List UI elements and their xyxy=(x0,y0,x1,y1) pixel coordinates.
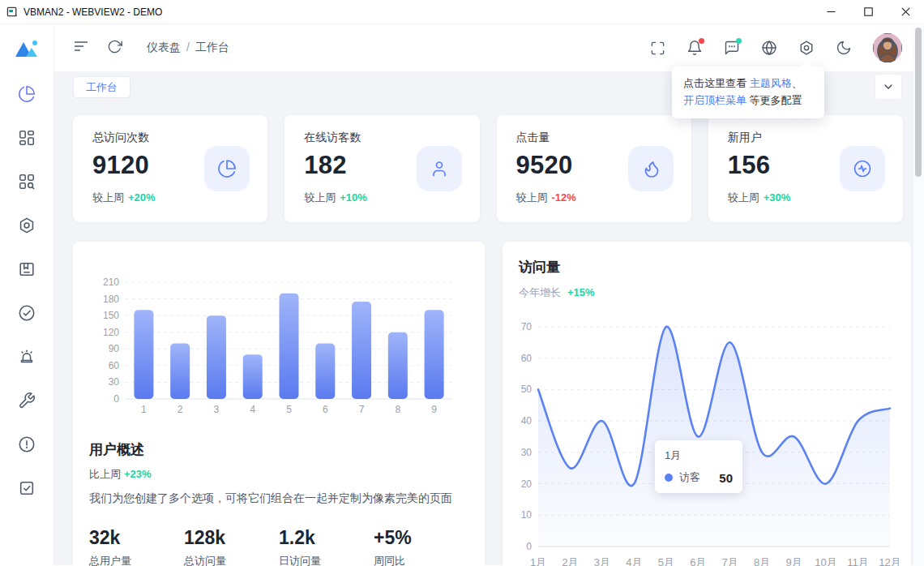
stat-card-online-visitors: 在线访客数 182 较上周+10% xyxy=(284,115,479,222)
compare-label: 较上周 xyxy=(92,191,124,204)
stat-icon-tile xyxy=(840,146,885,191)
sidebar-nav xyxy=(18,85,36,500)
sidebar-item-components[interactable] xyxy=(18,129,36,150)
topbar: 仪表盘/工作台 xyxy=(54,24,924,71)
svg-text:180: 180 xyxy=(103,294,119,305)
fullscreen-button[interactable] xyxy=(650,41,665,56)
user-icon xyxy=(430,159,449,178)
sidebar-item-errors[interactable] xyxy=(18,435,36,457)
sidebar-item-todo[interactable] xyxy=(18,479,36,500)
sidebar-item-dashboard[interactable] xyxy=(18,85,36,106)
bar-chart[interactable]: 0306090120150180210123456789 xyxy=(89,258,462,416)
breadcrumb: 仪表盘/工作台 xyxy=(147,41,229,55)
visits-chart[interactable]: 0102030405060701月2月3月4月5月6月7月8月9月10月11月1… xyxy=(514,307,895,566)
fullscreen-icon xyxy=(650,41,665,56)
stat-card-total-visits: 总访问次数 9120 较上周+20% xyxy=(73,115,267,222)
alert-circle-icon xyxy=(18,435,36,453)
svg-text:0: 0 xyxy=(526,541,532,552)
scrollbar-thumb[interactable] xyxy=(915,28,922,177)
user-overview-card: 0306090120150180210123456789 用户概述 比上周+23… xyxy=(73,242,485,566)
scrollbar-track[interactable] xyxy=(913,25,924,566)
stat-icon-tile xyxy=(628,146,674,191)
hamburger-icon xyxy=(73,38,89,54)
message-badge xyxy=(736,38,742,44)
svg-text:5月: 5月 xyxy=(658,556,674,566)
sidebar-item-alarm[interactable] xyxy=(18,348,36,369)
svg-text:5: 5 xyxy=(286,404,292,415)
stat-label: 日访问量 xyxy=(279,554,374,566)
app-icon xyxy=(6,6,19,18)
user-avatar[interactable] xyxy=(873,33,902,62)
pie-chart-icon xyxy=(18,85,36,103)
sidebar-item-tools[interactable] xyxy=(18,392,36,413)
svg-text:120: 120 xyxy=(103,327,119,338)
visits-card: 访问量 今年增长+15% 0102030405060701月2月3月4月5月6月… xyxy=(503,242,911,566)
overview-compare-label: 比上周 xyxy=(89,468,121,480)
close-icon xyxy=(901,7,910,16)
minimize-icon xyxy=(827,7,836,16)
theme-style-link[interactable]: 主题风格 xyxy=(750,77,792,89)
charts-row: 0306090120150180210123456789 用户概述 比上周+23… xyxy=(73,242,903,566)
hint-text-middle: 、 xyxy=(792,77,802,89)
language-button[interactable] xyxy=(761,40,777,56)
notifications-button[interactable] xyxy=(687,40,703,56)
svg-text:60: 60 xyxy=(521,353,533,364)
svg-text:8: 8 xyxy=(395,404,400,415)
sidebar-item-certificate[interactable] xyxy=(18,260,36,281)
minimize-button[interactable] xyxy=(812,0,849,24)
svg-text:11月: 11月 xyxy=(847,556,869,566)
notification-badge xyxy=(699,38,704,44)
overview-stat-wow: +5% 周同比 xyxy=(374,527,468,566)
svg-text:12月: 12月 xyxy=(879,556,900,566)
app-logo[interactable] xyxy=(13,35,41,62)
svg-text:7月: 7月 xyxy=(722,556,738,566)
tooltip-series: 访客 xyxy=(679,470,700,485)
svg-text:7: 7 xyxy=(359,404,365,415)
svg-text:10月: 10月 xyxy=(815,556,836,566)
maximize-button[interactable] xyxy=(849,0,887,24)
sidebar-item-apps[interactable] xyxy=(18,173,36,194)
overview-stat-total-users: 32k 总用户量 xyxy=(89,527,184,566)
theme-hint-popover: 点击这里查看 主题风格、 开启顶栏菜单 等更多配置 xyxy=(672,66,824,118)
visits-growth-label: 今年增长 xyxy=(519,286,561,298)
visits-title: 访问量 xyxy=(519,258,895,277)
collapse-menu-button[interactable] xyxy=(73,38,89,58)
svg-text:6: 6 xyxy=(323,404,328,415)
close-button[interactable] xyxy=(887,0,924,24)
stat-value: +5% xyxy=(374,527,468,549)
content: 总访问次数 9120 较上周+20% 在线访客数 182 较上周+10% xyxy=(54,102,924,566)
compare-label: 较上周 xyxy=(516,191,548,204)
chevron-down-icon xyxy=(882,80,895,93)
svg-text:3月: 3月 xyxy=(594,556,610,566)
svg-text:0: 0 xyxy=(113,393,119,405)
pie-chart-icon xyxy=(217,159,237,178)
breadcrumb-level1[interactable]: 仪表盘 xyxy=(147,41,181,54)
stat-icon-tile xyxy=(417,146,462,191)
topbar-menu-link[interactable]: 开启顶栏菜单 xyxy=(683,94,746,106)
overview-title: 用户概述 xyxy=(89,440,468,459)
dark-mode-button[interactable] xyxy=(836,40,852,56)
svg-text:10: 10 xyxy=(521,509,533,521)
alarm-siren-icon xyxy=(18,348,36,366)
tab-workbench[interactable]: 工作台 xyxy=(73,76,130,98)
sidebar-item-approved[interactable] xyxy=(18,304,36,325)
refresh-icon xyxy=(107,39,122,54)
grid-search-icon xyxy=(18,173,36,191)
overview-description: 我们为您创建了多个选项，可将它们组合在一起并定制为像素完美的页面 xyxy=(89,491,468,506)
svg-text:6月: 6月 xyxy=(690,556,706,566)
hint-text-end: 等更多配置 xyxy=(746,94,802,106)
svg-text:70: 70 xyxy=(521,321,533,332)
breadcrumb-level2[interactable]: 工作台 xyxy=(195,41,229,54)
stat-value: 1.2k xyxy=(279,527,374,549)
tab-list-expand-button[interactable] xyxy=(875,74,902,100)
messages-button[interactable] xyxy=(724,40,740,56)
svg-text:2月: 2月 xyxy=(562,556,578,566)
sidebar-item-settings[interactable] xyxy=(18,217,36,238)
settings-button[interactable] xyxy=(798,40,815,56)
stat-label: 周同比 xyxy=(374,554,468,566)
series-dot-icon xyxy=(665,474,673,482)
refresh-button[interactable] xyxy=(107,39,122,58)
svg-text:1月: 1月 xyxy=(530,556,546,566)
svg-text:20: 20 xyxy=(521,478,533,490)
mountain-logo-icon xyxy=(13,36,41,61)
